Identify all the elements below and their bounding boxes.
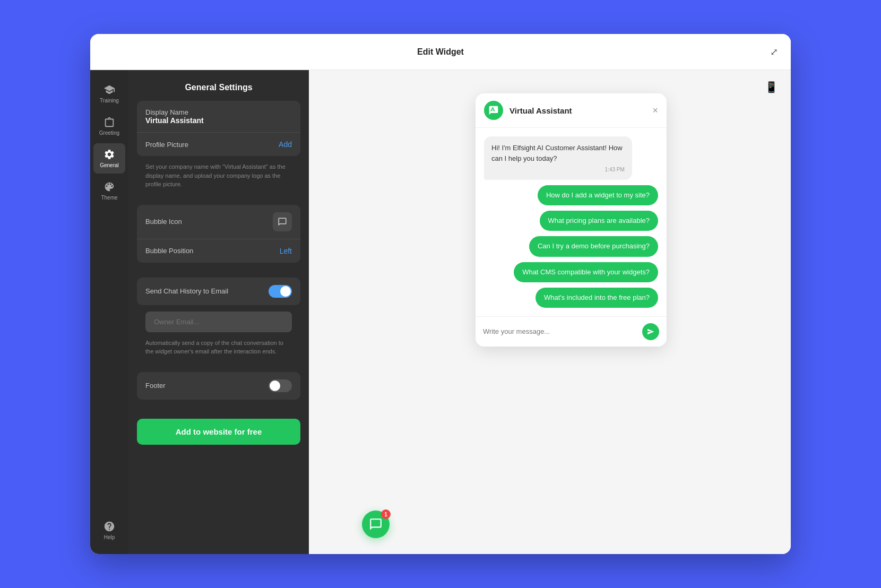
email-description: Automatically send a copy of the chat co… — [137, 339, 300, 364]
display-name-row: Display Name Virtual Assistant — [137, 101, 300, 132]
display-name-value: Virtual Assistant — [145, 116, 204, 125]
suggestion-chip-2[interactable]: Can I try a demo before purchasing? — [529, 236, 658, 256]
send-chat-row: Send Chat History to Email — [137, 278, 300, 305]
bubble-card: Bubble Icon Bubble Position Left — [137, 205, 300, 263]
sidebar-item-help-label: Help — [104, 534, 115, 540]
chat-widget: Virtual Assistant × Hi! I'm Elfsight AI … — [476, 93, 667, 347]
send-icon — [647, 328, 654, 335]
profile-picture-row[interactable]: Profile Picture Add — [137, 132, 300, 156]
display-name-label: Display Name — [145, 108, 204, 116]
chat-close-btn[interactable]: × — [652, 105, 658, 116]
sidebar-item-greeting[interactable]: Greeting — [93, 111, 125, 141]
bot-message: Hi! I'm Elfsight AI Customer Assistant! … — [484, 136, 632, 180]
display-name-field: Display Name Virtual Assistant — [145, 108, 204, 125]
icon-sidebar: Training Greeting General Theme — [90, 70, 128, 554]
chat-widget-name: Virtual Assistant — [509, 106, 646, 115]
send-chat-card: Send Chat History to Email — [137, 278, 300, 305]
footer-card: Footer — [137, 372, 300, 400]
add-website-button[interactable]: Add to website for free — [137, 419, 300, 445]
top-bar-title: Edit Widget — [417, 47, 464, 57]
profile-description: Set your company name with "Virtual Assi… — [137, 162, 300, 196]
display-name-card: Display Name Virtual Assistant Profile P… — [137, 101, 300, 156]
footer-row: Footer — [137, 372, 300, 400]
chat-messages: Hi! I'm Elfsight AI Customer Assistant! … — [476, 128, 667, 316]
bot-message-time: 1:43 PM — [491, 166, 625, 174]
sidebar-item-general[interactable]: General — [93, 143, 125, 174]
main-content: Training Greeting General Theme — [90, 70, 791, 554]
chat-bubble-float[interactable]: 1 — [362, 511, 390, 538]
bubble-icon-label: Bubble Icon — [145, 218, 182, 226]
palette-icon — [103, 181, 115, 193]
chat-bubble-icon — [278, 217, 287, 227]
chat-avatar — [484, 101, 503, 120]
hand-wave-icon — [103, 116, 115, 128]
settings-header: General Settings — [128, 70, 309, 101]
sidebar-item-training-label: Training — [100, 98, 119, 103]
profile-picture-label: Profile Picture — [145, 141, 188, 149]
sidebar-item-theme-label: Theme — [101, 195, 117, 201]
preview-top-right: 📱 — [765, 81, 778, 93]
bubble-icon-row: Bubble Icon — [137, 205, 300, 239]
suggestion-chip-3[interactable]: What CMS compatible with your widgets? — [514, 262, 658, 282]
settings-section-email: Send Chat History to Email Automatically… — [128, 278, 309, 372]
footer-label: Footer — [145, 382, 166, 390]
chat-input[interactable] — [483, 327, 637, 335]
preview-area: 📱 Virtual Assistant × Hi! I'm Elfsight A… — [309, 70, 791, 554]
sidebar-item-help[interactable]: Help — [93, 515, 125, 546]
footer-toggle[interactable] — [269, 379, 292, 392]
chat-avatar-icon — [488, 105, 499, 116]
suggestion-chip-0[interactable]: How do I add a widget to my site? — [538, 185, 658, 205]
expand-icon[interactable]: ⤢ — [770, 46, 778, 58]
sidebar-item-general-label: General — [100, 162, 119, 168]
suggestion-chip-4[interactable]: What's included into the free plan? — [535, 288, 658, 308]
settings-section-bubble: Bubble Icon Bubble Position Left — [128, 205, 309, 278]
chat-header: Virtual Assistant × — [476, 93, 667, 128]
sidebar-item-theme[interactable]: Theme — [93, 176, 125, 206]
profile-picture-add[interactable]: Add — [279, 140, 292, 149]
bubble-icon-btn[interactable] — [273, 212, 292, 231]
settings-section-display: Display Name Virtual Assistant Profile P… — [128, 101, 309, 205]
send-chat-toggle[interactable] — [269, 285, 292, 298]
bubble-position-label: Bubble Position — [145, 247, 193, 255]
sidebar-item-training[interactable]: Training — [93, 79, 125, 109]
floating-chat-icon — [369, 517, 383, 531]
bubble-position-row: Bubble Position Left — [137, 239, 300, 263]
device-preview-icon[interactable]: 📱 — [765, 81, 778, 93]
question-icon — [103, 521, 115, 532]
chat-send-btn[interactable] — [642, 323, 659, 340]
chat-bubble-badge: 1 — [381, 509, 391, 519]
send-chat-label: Send Chat History to Email — [145, 287, 228, 295]
settings-panel: General Settings Display Name Virtual As… — [128, 70, 309, 554]
sidebar-item-greeting-label: Greeting — [99, 130, 119, 136]
owner-email-input[interactable] — [145, 312, 292, 332]
top-bar: Edit Widget ⤢ — [90, 34, 791, 70]
settings-section-footer: Footer — [128, 372, 309, 414]
bubble-position-value: Left — [280, 247, 292, 255]
gear-icon — [103, 149, 115, 160]
chat-input-area — [476, 316, 667, 347]
suggestion-chip-1[interactable]: What pricing plans are available? — [540, 211, 659, 231]
graduation-cap-icon — [103, 84, 115, 96]
app-window: Edit Widget ⤢ Training Greeting — [90, 34, 791, 554]
